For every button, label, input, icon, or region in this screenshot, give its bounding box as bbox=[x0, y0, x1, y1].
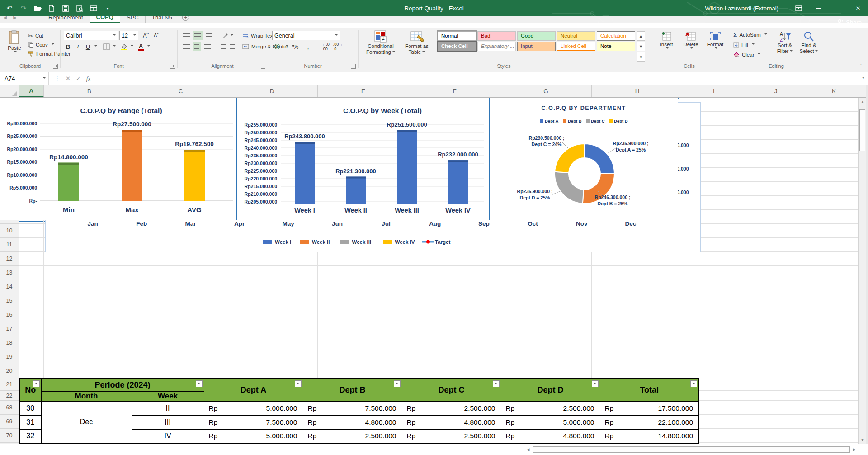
row-header-11[interactable]: 11 bbox=[0, 238, 19, 252]
row-header-16[interactable]: 16 bbox=[0, 308, 19, 322]
filter-button-total[interactable] bbox=[690, 380, 697, 387]
cell-style-neutral[interactable]: Neutral bbox=[557, 31, 595, 41]
wrap-text-button[interactable]: Wrap Text bbox=[242, 31, 274, 40]
horizontal-scrollbar[interactable]: ◀ ▶ bbox=[524, 445, 858, 455]
cell-value-dept-b[interactable]: Rp4.800.000 bbox=[303, 415, 402, 429]
redo-icon[interactable]: ↷ bbox=[19, 3, 28, 13]
column-header-D[interactable]: D bbox=[226, 85, 318, 97]
cell-no[interactable]: 32 bbox=[19, 429, 41, 443]
delete-cells-button[interactable]: Delete bbox=[679, 31, 702, 50]
ribbon-display-options-icon[interactable] bbox=[788, 0, 808, 16]
vscroll-up-icon[interactable]: ▲ bbox=[859, 98, 867, 106]
filter-button-dept-c[interactable] bbox=[493, 380, 500, 387]
enter-formula-icon[interactable]: ✓ bbox=[76, 75, 81, 82]
align-top-icon[interactable] bbox=[182, 31, 191, 40]
align-left-icon[interactable] bbox=[182, 42, 191, 51]
cell-week[interactable]: IV bbox=[132, 429, 204, 443]
paste-button[interactable]: Paste bbox=[4, 30, 25, 54]
expand-formula-bar-icon[interactable]: ▾ bbox=[862, 75, 864, 80]
table-header-total[interactable]: Total bbox=[600, 379, 699, 401]
align-bottom-icon[interactable] bbox=[204, 31, 214, 40]
chart-copq-by-range[interactable]: C.O.P.Q by Range (Total)Rp30.000.000Rp25… bbox=[0, 98, 236, 220]
cell-style-linked-cell[interactable]: Linked Cell bbox=[557, 42, 595, 51]
increase-indent-icon[interactable] bbox=[229, 42, 236, 51]
share-button[interactable]: Share bbox=[837, 16, 862, 28]
qat-customize-caret-icon[interactable]: ▾ bbox=[103, 3, 113, 13]
orientation-icon[interactable] bbox=[221, 31, 235, 40]
styles-scroll-down-icon[interactable]: ▼ bbox=[637, 42, 645, 51]
cell-style-good[interactable]: Good bbox=[517, 31, 556, 41]
filter-button-periode[interactable] bbox=[196, 380, 203, 387]
column-header-H[interactable]: H bbox=[592, 85, 683, 97]
cell-value-dept-a[interactable]: Rp5.000.000 bbox=[204, 401, 303, 415]
cell-value-total[interactable]: Rp17.500.000 bbox=[600, 401, 699, 415]
number-dialog-launcher[interactable] bbox=[351, 64, 356, 69]
format-as-table-button[interactable]: Format as Table bbox=[400, 30, 434, 55]
number-format-select[interactable]: General bbox=[272, 31, 340, 40]
row-header-18[interactable]: 18 bbox=[0, 336, 19, 350]
table-header-dept-b[interactable]: Dept B bbox=[303, 379, 402, 401]
cell-style-note[interactable]: Note bbox=[597, 42, 635, 51]
cell-style-normal[interactable]: Normal bbox=[438, 31, 476, 41]
percent-style-icon[interactable]: % bbox=[291, 42, 301, 51]
row-header-69[interactable]: 69 bbox=[0, 415, 19, 429]
row-header-71[interactable] bbox=[0, 443, 19, 444]
chart-copq-by-week[interactable]: C.O.P.Q by Week (Total)Rp255.000.000Rp25… bbox=[236, 98, 489, 220]
decrease-indent-icon[interactable] bbox=[219, 42, 227, 51]
cell-value-dept-a[interactable]: Rp7.500.000 bbox=[204, 415, 303, 429]
underline-caret-icon[interactable] bbox=[94, 45, 97, 48]
hscroll-thumb[interactable] bbox=[533, 446, 850, 453]
undo-icon[interactable]: ↶ bbox=[5, 3, 14, 13]
cell-week[interactable]: III bbox=[132, 415, 204, 429]
sheet-grid[interactable]: 1234567891011121314151617181920212268697… bbox=[0, 98, 858, 444]
filter-button-dept-a[interactable] bbox=[295, 380, 302, 387]
column-header-B[interactable]: B bbox=[44, 85, 135, 97]
decrease-font-icon[interactable]: Aˇ bbox=[151, 31, 161, 40]
cell-value-total[interactable]: Rp22.100.000 bbox=[600, 415, 699, 429]
row-header-15[interactable]: 15 bbox=[0, 294, 19, 308]
copy-button[interactable]: Copy bbox=[28, 40, 54, 49]
align-middle-icon[interactable] bbox=[193, 31, 203, 40]
row-header-22[interactable]: 22 bbox=[0, 391, 19, 401]
clear-button[interactable]: Clear bbox=[733, 50, 760, 59]
decrease-decimal-icon[interactable]: .00→.0 bbox=[333, 42, 343, 51]
cell-value-dept-d[interactable]: Rp5.000.000 bbox=[501, 415, 600, 429]
column-header-G[interactable]: G bbox=[500, 85, 592, 97]
font-dialog-launcher[interactable] bbox=[170, 64, 175, 69]
styles-more-icon[interactable]: ▾ bbox=[637, 52, 645, 62]
conditional-formatting-button[interactable]: ≠ Conditional Formatting bbox=[363, 30, 399, 55]
column-header-K[interactable]: K bbox=[807, 85, 861, 97]
cell-value-total[interactable]: Rp14.800.000 bbox=[600, 429, 699, 443]
column-header-I[interactable]: I bbox=[683, 85, 745, 97]
row-header-13[interactable]: 13 bbox=[0, 266, 19, 280]
row-header-12[interactable]: 12 bbox=[0, 252, 19, 266]
filter-button-no[interactable] bbox=[33, 380, 40, 387]
cell-value-dept-b[interactable]: Rp2.500.000 bbox=[303, 429, 402, 443]
hscroll-right-icon[interactable]: ▶ bbox=[851, 446, 858, 453]
row-header-17[interactable]: 17 bbox=[0, 322, 19, 336]
cell-value-dept-c[interactable]: Rp4.800.000 bbox=[402, 415, 501, 429]
underline-button[interactable]: U bbox=[83, 42, 93, 51]
row-header-21[interactable]: 21 bbox=[0, 378, 19, 391]
cell-month[interactable]: Dec bbox=[41, 401, 132, 443]
switch-windows-icon[interactable] bbox=[89, 3, 99, 13]
row-header-19[interactable]: 19 bbox=[0, 350, 19, 364]
select-all-corner[interactable] bbox=[0, 85, 19, 97]
maximize-button[interactable] bbox=[828, 0, 848, 16]
signed-in-user[interactable]: Wildan Lazuwardi (External) bbox=[705, 5, 778, 12]
table-header-week[interactable]: Week bbox=[132, 391, 204, 401]
font-size-select[interactable]: 12 bbox=[119, 31, 138, 40]
insert-cells-button[interactable]: Insert bbox=[655, 31, 678, 50]
cell-value-dept-c[interactable]: Rp2.500.000 bbox=[402, 429, 501, 443]
row-header-68[interactable]: 68 bbox=[0, 401, 19, 415]
vertical-scrollbar[interactable]: ▲ ▼ bbox=[858, 98, 866, 444]
cell-no[interactable]: 31 bbox=[19, 415, 41, 429]
table-header-dept-d[interactable]: Dept D bbox=[501, 379, 600, 401]
row-header-10[interactable]: 10 bbox=[0, 224, 19, 238]
cell-style-explanatory-[interactable]: Explanatory ... bbox=[477, 42, 516, 51]
cell-no[interactable]: 30 bbox=[19, 401, 41, 415]
increase-font-icon[interactable]: Aˆ bbox=[141, 31, 151, 40]
chart-copq-by-department[interactable]: C.O.P.Q BY DEPARTMENTDept ADept BDept CD… bbox=[489, 98, 678, 220]
print-preview-icon[interactable] bbox=[75, 3, 85, 13]
row-header-20[interactable]: 20 bbox=[0, 364, 19, 378]
